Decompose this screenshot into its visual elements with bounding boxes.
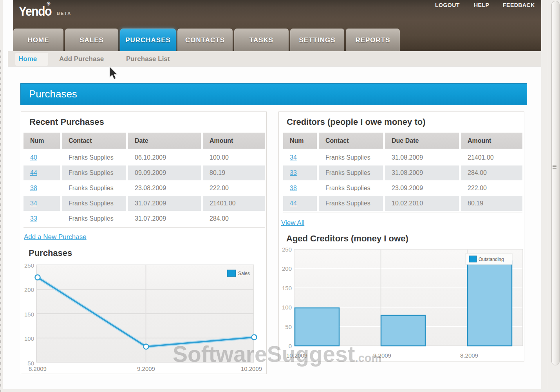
svg-text:150: 150 bbox=[24, 311, 34, 318]
svg-text:100: 100 bbox=[24, 335, 34, 342]
svg-text:8.2009: 8.2009 bbox=[460, 352, 478, 359]
svg-text:8.2009: 8.2009 bbox=[29, 365, 47, 372]
svg-text:100: 100 bbox=[282, 304, 292, 311]
svg-text:Sales: Sales bbox=[238, 271, 250, 276]
svg-text:250: 250 bbox=[282, 247, 292, 253]
svg-text:200: 200 bbox=[24, 286, 34, 293]
svg-text:150: 150 bbox=[282, 285, 292, 291]
svg-text:250: 250 bbox=[24, 262, 34, 269]
svg-text:50: 50 bbox=[285, 324, 292, 330]
svg-text:200: 200 bbox=[282, 265, 292, 272]
svg-text:9.2009: 9.2009 bbox=[137, 365, 155, 372]
svg-text:Outstanding: Outstanding bbox=[479, 257, 504, 262]
